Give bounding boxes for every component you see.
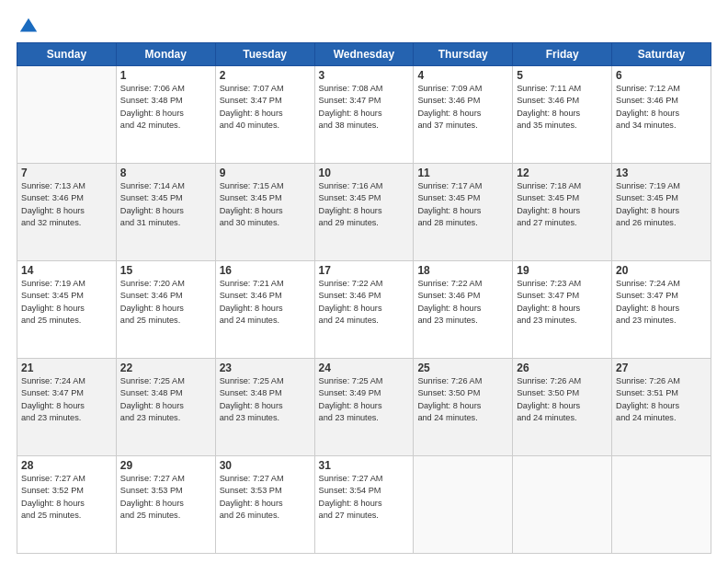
calendar-cell: 23Sunrise: 7:25 AMSunset: 3:48 PMDayligh…: [215, 359, 314, 456]
day-number: 16: [220, 264, 311, 277]
calendar-cell: 10Sunrise: 7:16 AMSunset: 3:45 PMDayligh…: [314, 164, 414, 261]
calendar-cell: 30Sunrise: 7:27 AMSunset: 3:53 PMDayligh…: [215, 456, 314, 554]
day-number: 25: [417, 362, 508, 374]
day-info: Sunrise: 7:26 AMSunset: 3:51 PMDaylight:…: [616, 375, 707, 424]
weekday-header-wednesday: Wednesday: [314, 43, 414, 66]
day-number: 13: [616, 167, 707, 179]
day-info: Sunrise: 7:17 AMSunset: 3:45 PMDaylight:…: [417, 180, 508, 229]
day-info: Sunrise: 7:18 AMSunset: 3:45 PMDaylight:…: [517, 180, 608, 229]
day-number: 15: [120, 264, 211, 277]
calendar-cell: 18Sunrise: 7:22 AMSunset: 3:46 PMDayligh…: [414, 261, 513, 359]
day-number: 14: [21, 264, 112, 277]
day-number: 17: [319, 264, 410, 277]
calendar-cell: 5Sunrise: 7:11 AMSunset: 3:46 PMDaylight…: [513, 66, 612, 164]
day-number: 27: [616, 362, 707, 374]
calendar-cell: 14Sunrise: 7:19 AMSunset: 3:45 PMDayligh…: [17, 261, 117, 359]
day-number: 11: [417, 167, 508, 179]
day-info: Sunrise: 7:19 AMSunset: 3:45 PMDaylight:…: [21, 278, 112, 327]
day-info: Sunrise: 7:06 AMSunset: 3:48 PMDaylight:…: [120, 83, 211, 132]
logo: [17, 17, 39, 33]
calendar-cell: 11Sunrise: 7:17 AMSunset: 3:45 PMDayligh…: [414, 164, 513, 261]
day-info: Sunrise: 7:26 AMSunset: 3:50 PMDaylight:…: [417, 375, 508, 424]
day-info: Sunrise: 7:27 AMSunset: 3:54 PMDaylight:…: [319, 473, 410, 522]
calendar-week-row: 14Sunrise: 7:19 AMSunset: 3:45 PMDayligh…: [17, 261, 711, 359]
day-number: 4: [417, 69, 508, 82]
day-number: 28: [21, 459, 112, 472]
calendar-cell: 22Sunrise: 7:25 AMSunset: 3:48 PMDayligh…: [116, 359, 215, 456]
calendar-cell: 3Sunrise: 7:08 AMSunset: 3:47 PMDaylight…: [314, 66, 414, 164]
day-info: Sunrise: 7:13 AMSunset: 3:46 PMDaylight:…: [21, 180, 112, 229]
day-info: Sunrise: 7:08 AMSunset: 3:47 PMDaylight:…: [319, 83, 410, 132]
calendar-cell: 24Sunrise: 7:25 AMSunset: 3:49 PMDayligh…: [314, 359, 414, 456]
calendar-cell: 21Sunrise: 7:24 AMSunset: 3:47 PMDayligh…: [17, 359, 117, 456]
weekday-header-thursday: Thursday: [414, 43, 513, 66]
day-info: Sunrise: 7:22 AMSunset: 3:46 PMDaylight:…: [417, 278, 508, 327]
day-number: 21: [21, 362, 112, 374]
day-info: Sunrise: 7:23 AMSunset: 3:47 PMDaylight:…: [517, 278, 608, 327]
calendar-cell: 27Sunrise: 7:26 AMSunset: 3:51 PMDayligh…: [612, 359, 711, 456]
calendar-week-row: 1Sunrise: 7:06 AMSunset: 3:48 PMDaylight…: [17, 66, 711, 164]
calendar-cell: 8Sunrise: 7:14 AMSunset: 3:45 PMDaylight…: [116, 164, 215, 261]
weekday-header-row: SundayMondayTuesdayWednesdayThursdayFrid…: [17, 43, 711, 66]
header: [17, 17, 711, 33]
day-number: 7: [21, 167, 112, 179]
calendar-cell: 28Sunrise: 7:27 AMSunset: 3:52 PMDayligh…: [17, 456, 117, 554]
calendar-cell: 25Sunrise: 7:26 AMSunset: 3:50 PMDayligh…: [414, 359, 513, 456]
calendar-cell: [414, 456, 513, 554]
day-info: Sunrise: 7:14 AMSunset: 3:45 PMDaylight:…: [120, 180, 211, 229]
calendar-cell: 26Sunrise: 7:26 AMSunset: 3:50 PMDayligh…: [513, 359, 612, 456]
day-info: Sunrise: 7:24 AMSunset: 3:47 PMDaylight:…: [616, 278, 707, 327]
calendar-cell: 4Sunrise: 7:09 AMSunset: 3:46 PMDaylight…: [414, 66, 513, 164]
calendar-week-row: 21Sunrise: 7:24 AMSunset: 3:47 PMDayligh…: [17, 359, 711, 456]
calendar-cell: 17Sunrise: 7:22 AMSunset: 3:46 PMDayligh…: [314, 261, 414, 359]
day-number: 18: [417, 264, 508, 277]
day-info: Sunrise: 7:15 AMSunset: 3:45 PMDaylight:…: [220, 180, 311, 229]
day-number: 12: [517, 167, 608, 179]
day-number: 6: [616, 69, 707, 82]
day-info: Sunrise: 7:26 AMSunset: 3:50 PMDaylight:…: [517, 375, 608, 424]
weekday-header-friday: Friday: [513, 43, 612, 66]
calendar-cell: 31Sunrise: 7:27 AMSunset: 3:54 PMDayligh…: [314, 456, 414, 554]
day-info: Sunrise: 7:07 AMSunset: 3:47 PMDaylight:…: [220, 83, 311, 132]
day-info: Sunrise: 7:27 AMSunset: 3:53 PMDaylight:…: [220, 473, 311, 522]
day-number: 22: [120, 362, 211, 374]
calendar-cell: 15Sunrise: 7:20 AMSunset: 3:46 PMDayligh…: [116, 261, 215, 359]
day-info: Sunrise: 7:24 AMSunset: 3:47 PMDaylight:…: [21, 375, 112, 424]
calendar-cell: 6Sunrise: 7:12 AMSunset: 3:46 PMDaylight…: [612, 66, 711, 164]
calendar-week-row: 7Sunrise: 7:13 AMSunset: 3:46 PMDaylight…: [17, 164, 711, 261]
weekday-header-monday: Monday: [116, 43, 215, 66]
weekday-header-sunday: Sunday: [17, 43, 117, 66]
calendar-cell: 7Sunrise: 7:13 AMSunset: 3:46 PMDaylight…: [17, 164, 117, 261]
calendar-cell: 1Sunrise: 7:06 AMSunset: 3:48 PMDaylight…: [116, 66, 215, 164]
day-number: 31: [319, 459, 410, 472]
calendar-table: SundayMondayTuesdayWednesdayThursdayFrid…: [17, 42, 711, 554]
calendar-cell: 16Sunrise: 7:21 AMSunset: 3:46 PMDayligh…: [215, 261, 314, 359]
day-number: 1: [120, 69, 211, 82]
calendar-week-row: 28Sunrise: 7:27 AMSunset: 3:52 PMDayligh…: [17, 456, 711, 554]
calendar-cell: [17, 66, 117, 164]
day-number: 9: [220, 167, 311, 179]
day-info: Sunrise: 7:16 AMSunset: 3:45 PMDaylight:…: [319, 180, 410, 229]
day-info: Sunrise: 7:27 AMSunset: 3:53 PMDaylight:…: [120, 473, 211, 522]
day-number: 19: [517, 264, 608, 277]
day-info: Sunrise: 7:25 AMSunset: 3:48 PMDaylight:…: [120, 375, 211, 424]
day-number: 8: [120, 167, 211, 179]
calendar-cell: [612, 456, 711, 554]
calendar-cell: [513, 456, 612, 554]
day-number: 26: [517, 362, 608, 374]
calendar-cell: 13Sunrise: 7:19 AMSunset: 3:45 PMDayligh…: [612, 164, 711, 261]
day-info: Sunrise: 7:25 AMSunset: 3:49 PMDaylight:…: [319, 375, 410, 424]
calendar-cell: 19Sunrise: 7:23 AMSunset: 3:47 PMDayligh…: [513, 261, 612, 359]
day-number: 10: [319, 167, 410, 179]
calendar-cell: 20Sunrise: 7:24 AMSunset: 3:47 PMDayligh…: [612, 261, 711, 359]
day-info: Sunrise: 7:25 AMSunset: 3:48 PMDaylight:…: [220, 375, 311, 424]
calendar-cell: 9Sunrise: 7:15 AMSunset: 3:45 PMDaylight…: [215, 164, 314, 261]
day-info: Sunrise: 7:12 AMSunset: 3:46 PMDaylight:…: [616, 83, 707, 132]
day-number: 23: [220, 362, 311, 374]
svg-marker-0: [20, 18, 37, 32]
day-info: Sunrise: 7:21 AMSunset: 3:46 PMDaylight:…: [220, 278, 311, 327]
day-info: Sunrise: 7:20 AMSunset: 3:46 PMDaylight:…: [120, 278, 211, 327]
day-info: Sunrise: 7:27 AMSunset: 3:52 PMDaylight:…: [21, 473, 112, 522]
day-number: 24: [319, 362, 410, 374]
day-number: 2: [220, 69, 311, 82]
